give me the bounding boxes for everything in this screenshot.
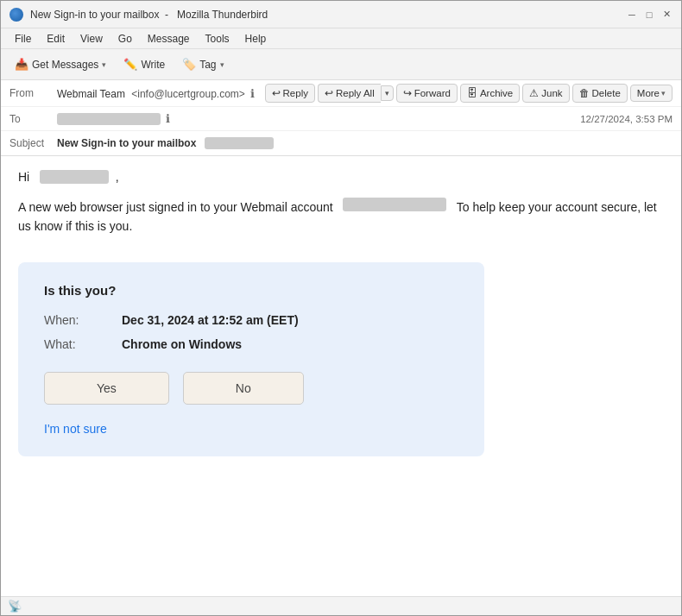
email-action-buttons: ↩ Reply ↩ Reply All ▾ ↪ Forward 🗄 Archi [265, 84, 673, 103]
main-window: New Sign-in to your mailbox - Mozilla Th… [0, 0, 682, 616]
junk-label: Junk [541, 88, 562, 98]
tag-arrow: ▾ [220, 60, 224, 69]
when-row: When: Dec 31, 2024 at 12:52 am (EET) [44, 313, 458, 327]
forward-label: Forward [414, 88, 451, 98]
window-title-prefix: New Sign-in to your mailbox [30, 9, 159, 21]
delete-label: Delete [592, 88, 621, 98]
write-icon: ✏️ [123, 58, 137, 71]
menu-tools[interactable]: Tools [199, 31, 237, 47]
menu-file[interactable]: File [8, 31, 38, 47]
from-label: From [9, 87, 57, 99]
email-header: From Webmail Team <info@lucertgroup.com>… [1, 80, 681, 156]
what-row: What: Chrome on Windows [44, 337, 458, 351]
tag-button[interactable]: 🏷️ Tag ▾ [175, 55, 230, 73]
what-label: What: [44, 337, 122, 351]
email-date: 12/27/2024, 3:53 PM [580, 114, 673, 124]
menu-view[interactable]: View [73, 31, 110, 47]
maximize-button[interactable]: □ [643, 9, 655, 21]
status-bar: 📡 [1, 596, 681, 615]
forward-icon: ↪ [403, 87, 412, 99]
reply-label: Reply [283, 88, 308, 98]
subject-value: New Sign-in to your mailbox [57, 137, 673, 149]
minimize-button[interactable]: ─ [626, 9, 638, 21]
to-info-button[interactable]: ℹ [163, 112, 173, 125]
to-address-blurred [57, 113, 161, 125]
security-details: When: Dec 31, 2024 at 12:52 am (EET) Wha… [44, 313, 458, 351]
card-action-buttons: Yes No [44, 372, 458, 405]
when-label: When: [44, 313, 122, 327]
subject-label: Subject [9, 137, 57, 149]
greeting-text: Hi [18, 170, 29, 184]
junk-button[interactable]: ⚠ Junk [522, 84, 569, 103]
get-messages-arrow: ▾ [102, 60, 106, 69]
tag-icon: 🏷️ [182, 58, 196, 71]
menu-edit[interactable]: Edit [40, 31, 72, 47]
what-value: Chrome on Windows [122, 337, 242, 351]
body-text-1: A new web browser just signed in to your… [18, 200, 333, 214]
forward-button[interactable]: ↪ Forward [396, 84, 458, 103]
reply-all-label: Reply All [336, 88, 375, 98]
reply-button[interactable]: ↩ Reply [265, 84, 315, 103]
email-body-text: A new web browser just signed in to your… [18, 198, 664, 236]
menu-help[interactable]: Help [238, 31, 274, 47]
archive-button[interactable]: 🗄 Archive [460, 84, 520, 103]
to-label: To [9, 113, 57, 125]
from-row: From Webmail Team <info@lucertgroup.com>… [1, 80, 681, 107]
archive-icon: 🗄 [467, 87, 477, 99]
get-messages-icon: 📥 [15, 58, 28, 71]
when-value: Dec 31, 2024 at 12:52 am (EET) [122, 313, 299, 327]
toolbar: 📥 Get Messages ▾ ✏️ Write 🏷️ Tag ▾ [1, 49, 681, 80]
security-card: Is this you? When: Dec 31, 2024 at 12:52… [18, 262, 484, 456]
no-button[interactable]: No [183, 372, 304, 405]
reply-all-button[interactable]: ↩ Reply All [318, 84, 381, 103]
subject-row: Subject New Sign-in to your mailbox [1, 131, 681, 155]
get-messages-label: Get Messages [32, 59, 98, 71]
subject-extra-blurred [205, 137, 274, 149]
more-button[interactable]: More ▾ [630, 85, 673, 102]
window-title-app: Mozilla Thunderbird [177, 9, 268, 21]
tag-label: Tag [199, 59, 216, 71]
title-bar: New Sign-in to your mailbox - Mozilla Th… [1, 1, 681, 28]
yes-button[interactable]: Yes [44, 372, 169, 405]
window-title: New Sign-in to your mailbox - Mozilla Th… [30, 9, 268, 21]
email-body: PFC Hi , A new web browser just signed i… [1, 156, 681, 596]
app-icon [9, 8, 23, 22]
to-value: ℹ [57, 112, 571, 125]
account-blurred [343, 198, 446, 211]
menu-bar: File Edit View Go Message Tools Help [1, 28, 681, 49]
from-info-button[interactable]: ℹ [248, 87, 257, 100]
more-label: More [637, 88, 660, 98]
not-sure-link[interactable]: I'm not sure [44, 422, 107, 436]
card-title: Is this you? [44, 283, 458, 298]
subject-text: New Sign-in to your mailbox [57, 137, 196, 149]
from-name: Webmail Team [57, 88, 125, 100]
write-label: Write [141, 59, 165, 71]
to-row: To ℹ 12/27/2024, 3:53 PM [1, 107, 681, 131]
reply-all-dropdown[interactable]: ▾ [381, 85, 394, 101]
delete-button[interactable]: 🗑 Delete [572, 84, 628, 103]
reply-icon: ↩ [272, 87, 281, 99]
from-email: <info@lucertgroup.com> [131, 88, 245, 100]
menu-go[interactable]: Go [111, 31, 139, 47]
write-button[interactable]: ✏️ Write [117, 55, 172, 73]
email-greeting: Hi , [18, 170, 664, 184]
title-bar-left: New Sign-in to your mailbox - Mozilla Th… [9, 8, 268, 22]
menu-message[interactable]: Message [141, 31, 197, 47]
close-button[interactable]: ✕ [660, 9, 673, 21]
from-value: Webmail Team <info@lucertgroup.com> ℹ [57, 87, 265, 100]
window-controls: ─ □ ✕ [626, 9, 673, 21]
get-messages-button[interactable]: 📥 Get Messages ▾ [8, 55, 113, 73]
connection-icon: 📡 [8, 600, 22, 613]
junk-icon: ⚠ [529, 87, 539, 99]
reply-all-icon: ↩ [325, 87, 333, 99]
recipient-name-blurred [40, 170, 109, 184]
more-dropdown-arrow: ▾ [661, 89, 666, 97]
delete-icon: 🗑 [579, 87, 590, 99]
archive-label: Archive [480, 88, 513, 98]
reply-all-group: ↩ Reply All ▾ [318, 84, 394, 103]
